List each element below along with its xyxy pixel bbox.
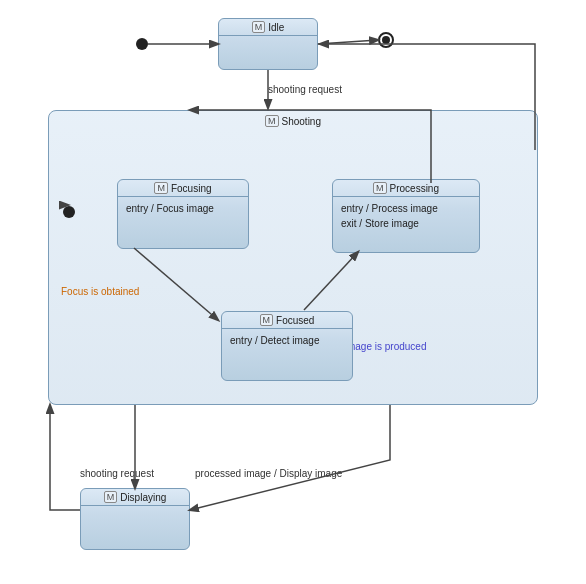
processing-body-line1: entry / Process image bbox=[341, 203, 438, 214]
focusing-icon: M bbox=[154, 182, 168, 194]
focus-obtained-label: Focus is obtained bbox=[61, 286, 139, 297]
displaying-header: M Displaying bbox=[81, 489, 189, 506]
processing-state: M Processing entry / Process image exit … bbox=[332, 179, 480, 253]
idle-icon: M bbox=[252, 21, 266, 33]
processing-icon: M bbox=[373, 182, 387, 194]
displaying-state: M Displaying bbox=[80, 488, 190, 550]
focused-header: M Focused bbox=[222, 312, 352, 329]
displaying-icon: M bbox=[104, 491, 118, 503]
initial-state-shooting bbox=[63, 206, 75, 218]
focusing-label: Focusing bbox=[171, 183, 212, 194]
focused-label: Focused bbox=[276, 315, 314, 326]
arrow-processed-to-displaying bbox=[190, 405, 390, 510]
final-state-top bbox=[378, 32, 394, 48]
shooting-icon: M bbox=[265, 115, 279, 127]
processing-header: M Processing bbox=[333, 180, 479, 197]
processing-body: entry / Process image exit / Store image bbox=[333, 197, 479, 235]
idle-state: M Idle bbox=[218, 18, 318, 70]
shooting-request-label-top: shooting request bbox=[268, 84, 342, 95]
shooting-header: M Shooting bbox=[49, 111, 537, 131]
shooting-label: Shooting bbox=[282, 116, 321, 127]
arrow-displaying-to-shooting bbox=[50, 405, 80, 510]
initial-state-top bbox=[136, 38, 148, 50]
focused-state: M Focused entry / Detect image bbox=[221, 311, 353, 381]
focusing-state: M Focusing entry / Focus image bbox=[117, 179, 249, 249]
processing-label: Processing bbox=[390, 183, 439, 194]
focused-body: entry / Detect image bbox=[222, 329, 352, 352]
processed-image-label: processed image / Display image bbox=[195, 468, 342, 479]
displaying-label: Displaying bbox=[120, 492, 166, 503]
idle-body bbox=[219, 36, 317, 44]
shooting-request-label-bottom: shooting request bbox=[80, 468, 154, 479]
idle-label: Idle bbox=[268, 22, 284, 33]
processing-body-line2: exit / Store image bbox=[341, 218, 419, 229]
focusing-body: entry / Focus image bbox=[118, 197, 248, 220]
diagram: M Idle shooting request M Shooting M Foc… bbox=[0, 0, 586, 584]
shooting-state: M Shooting M Focusing entry / Focus imag… bbox=[48, 110, 538, 405]
focused-icon: M bbox=[260, 314, 274, 326]
final-inner bbox=[382, 36, 390, 44]
arrow-idle-to-final bbox=[318, 40, 378, 44]
displaying-body bbox=[81, 506, 189, 514]
focusing-header: M Focusing bbox=[118, 180, 248, 197]
idle-header: M Idle bbox=[219, 19, 317, 36]
